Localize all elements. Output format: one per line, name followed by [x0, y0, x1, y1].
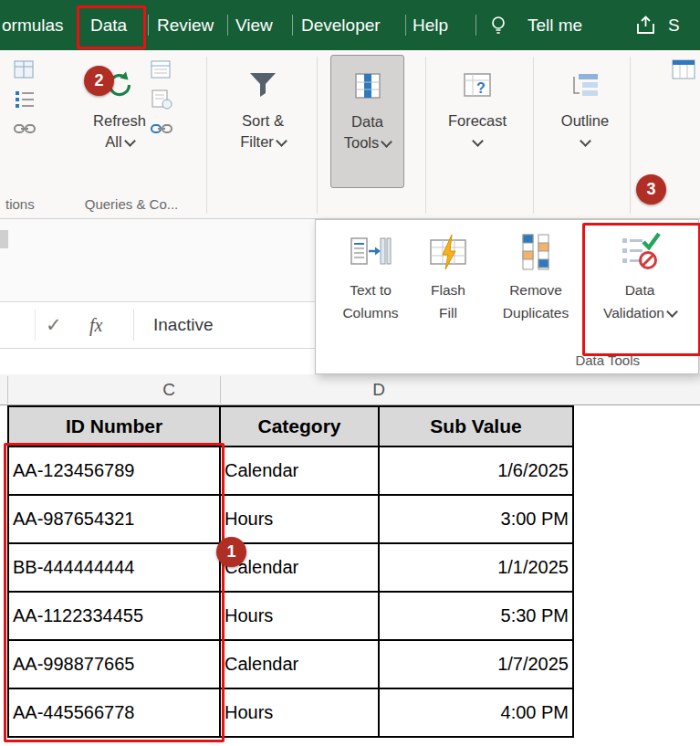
- remove-duplicates-button[interactable]: Remove Duplicates: [496, 231, 575, 322]
- tab-review[interactable]: Review: [157, 0, 214, 50]
- refresh-all-label-2: All: [105, 133, 121, 150]
- outline-button[interactable]: Outline: [549, 55, 621, 188]
- data-validation-button[interactable]: Data Validation: [601, 231, 679, 322]
- table-cell[interactable]: AA-998877665: [8, 640, 220, 688]
- table-cell[interactable]: Hours: [220, 688, 379, 737]
- divider: [133, 310, 134, 341]
- remove-duplicates-label-1: Remove: [509, 280, 562, 299]
- flash-fill-button[interactable]: Flash Fill: [409, 231, 487, 322]
- table-cell[interactable]: AA-987654321: [8, 495, 220, 543]
- gridline: [220, 376, 221, 404]
- table-cell[interactable]: AA-445566778: [8, 688, 220, 737]
- data-tools-button[interactable]: Data Tools: [330, 55, 404, 188]
- column-header-c[interactable]: C: [155, 374, 183, 405]
- outline-label: Outline: [561, 110, 609, 131]
- tab-formulas-partial[interactable]: ormulas: [2, 0, 64, 50]
- data-tools-label-1: Data: [351, 111, 383, 132]
- data-tools-label-2: Tools: [344, 134, 380, 151]
- sort-filter-label-1: Sort &: [242, 110, 284, 131]
- data-validation-icon: [619, 231, 661, 277]
- remove-duplicates-icon: [515, 231, 557, 277]
- tab-divider: [292, 15, 293, 36]
- gridline: [7, 376, 8, 404]
- tab-data[interactable]: Data: [78, 0, 139, 50]
- group-label-queries: Queries & Co...: [66, 196, 197, 212]
- tab-developer[interactable]: Developer: [301, 0, 381, 50]
- text-to-columns-label-2: Columns: [342, 303, 398, 322]
- chevron-down-icon: [276, 135, 287, 147]
- chevron-down-icon: [381, 136, 392, 148]
- table-cell[interactable]: 3:00 PM: [379, 495, 573, 543]
- lightbulb-icon[interactable]: [487, 14, 509, 41]
- tab-help[interactable]: Help: [413, 0, 448, 50]
- sheet-icon-partial[interactable]: [672, 58, 697, 82]
- remove-duplicates-label-2: Duplicates: [503, 303, 569, 322]
- table-header-row: ID Number Category Sub Value: [8, 406, 573, 447]
- share-label-partial[interactable]: S: [668, 0, 680, 50]
- data-validation-label-2: Validation: [603, 305, 664, 320]
- edit-links-icon[interactable]: [150, 117, 173, 141]
- data-tools-dropdown: Text to Columns Flash Fill Remove Duplic…: [315, 219, 699, 374]
- dropdown-group-label: Data Tools: [575, 352, 640, 368]
- table-arrow-icon[interactable]: [13, 58, 37, 82]
- forecast-label: Forecast: [448, 110, 507, 131]
- table-cell[interactable]: Hours: [220, 495, 379, 543]
- group-label-connections-partial: tions: [5, 196, 35, 212]
- refresh-all-label-1: Refresh: [93, 110, 146, 131]
- table-cell[interactable]: Calendar: [220, 447, 379, 495]
- table-cell[interactable]: AA-1122334455: [8, 592, 220, 640]
- enter-check-icon[interactable]: ✓: [46, 302, 62, 348]
- table-cell[interactable]: 4:00 PM: [379, 688, 573, 737]
- share-icon[interactable]: [633, 14, 658, 40]
- chevron-down-icon: [580, 135, 591, 147]
- list-icon[interactable]: [13, 88, 37, 111]
- table-cell[interactable]: 1/7/2025: [379, 640, 573, 688]
- link-icon[interactable]: [13, 117, 37, 141]
- table-cell[interactable]: 1/1/2025: [379, 543, 573, 592]
- group-divider: [206, 57, 207, 214]
- tab-view[interactable]: View: [235, 0, 273, 50]
- column-header-strip: [0, 374, 700, 405]
- sort-filter-button[interactable]: Sort & Filter: [228, 55, 298, 188]
- queries-list-icon[interactable]: [150, 58, 173, 82]
- chevron-down-icon: [472, 135, 484, 147]
- step-2-badge: 2: [84, 66, 114, 96]
- group-divider: [425, 57, 426, 214]
- text-to-columns-icon: [350, 231, 392, 277]
- outline-icon: [569, 69, 601, 110]
- text-to-columns-label-1: Text to: [350, 280, 392, 299]
- tab-divider: [405, 15, 406, 36]
- forecast-icon: ?: [462, 69, 493, 110]
- tab-divider: [475, 15, 476, 36]
- insert-function-fx-icon[interactable]: fx: [89, 302, 102, 348]
- table-cell[interactable]: 5:30 PM: [379, 592, 573, 640]
- text-to-columns-button[interactable]: Text to Columns: [331, 231, 410, 322]
- properties-icon[interactable]: [150, 88, 173, 111]
- flash-fill-label-2: Fill: [439, 303, 457, 322]
- ribbon-tab-bar: ormulas Data Review View Developer Help …: [0, 0, 700, 50]
- group-divider: [630, 57, 631, 214]
- name-box-partial[interactable]: [0, 230, 8, 248]
- table-cell[interactable]: Calendar: [220, 640, 379, 688]
- tab-divider: [148, 15, 149, 36]
- table-cell[interactable]: AA-123456789: [8, 447, 220, 495]
- table-header-cell[interactable]: Category: [220, 406, 379, 447]
- table-row: AA-998877665 Calendar 1/7/2025: [8, 640, 573, 688]
- chevron-down-icon: [124, 135, 136, 147]
- step-3-badge: 3: [636, 174, 666, 205]
- formula-bar-value[interactable]: Inactive: [153, 302, 213, 348]
- table-cell[interactable]: Hours: [220, 592, 379, 640]
- table-header-cell[interactable]: Sub Value: [379, 406, 573, 447]
- forecast-button[interactable]: ? Forecast: [442, 55, 513, 188]
- table-row: AA-1122334455 Hours 5:30 PM: [8, 592, 573, 640]
- divider: [35, 310, 36, 341]
- column-header-d[interactable]: D: [365, 374, 392, 405]
- table-cell[interactable]: BB-444444444: [8, 543, 220, 592]
- table-row: AA-123456789 Calendar 1/6/2025: [8, 447, 573, 495]
- table-cell[interactable]: 1/6/2025: [379, 447, 573, 495]
- group-divider: [533, 57, 534, 214]
- table-header-cell[interactable]: ID Number: [8, 406, 220, 447]
- table-row: AA-445566778 Hours 4:00 PM: [8, 688, 573, 737]
- chevron-down-icon: [666, 306, 678, 318]
- tell-me-button[interactable]: Tell me: [528, 0, 582, 50]
